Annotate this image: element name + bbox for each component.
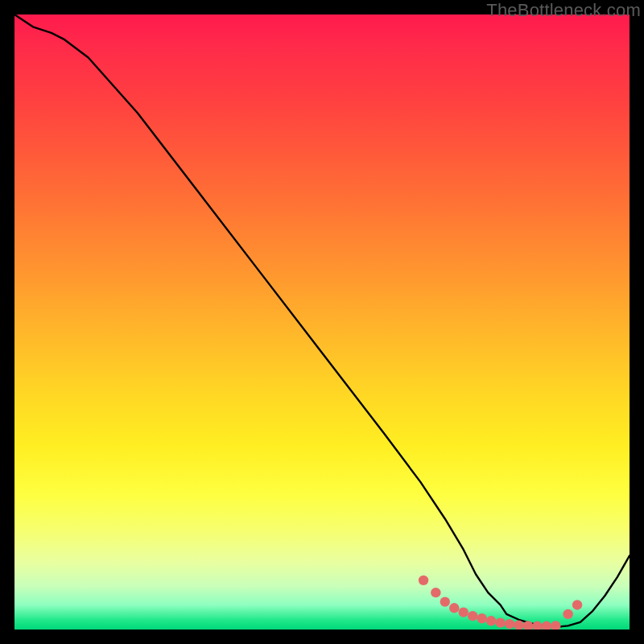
chart-svg xyxy=(14,14,630,630)
curve-layer xyxy=(14,14,630,626)
marker-dot xyxy=(495,617,505,627)
marker-dot xyxy=(486,616,496,625)
marker-dot xyxy=(505,619,514,629)
marker-dot xyxy=(468,611,477,621)
marker-dot xyxy=(532,621,542,630)
bottleneck-curve xyxy=(14,14,630,626)
attribution-label: TheBottleneck.com xyxy=(486,0,641,21)
marker-dot xyxy=(551,621,560,630)
marker-dot xyxy=(440,597,450,606)
marker-dot xyxy=(477,613,486,623)
marker-dot xyxy=(431,588,440,597)
marker-dot xyxy=(419,576,428,585)
marker-dot xyxy=(449,603,459,613)
markers-layer xyxy=(419,576,582,630)
chart-frame: TheBottleneck.com xyxy=(0,0,644,644)
marker-dot xyxy=(542,621,551,630)
plot-area xyxy=(14,14,630,630)
marker-dot xyxy=(572,600,582,609)
marker-dot xyxy=(459,607,469,617)
marker-dot xyxy=(563,609,572,619)
